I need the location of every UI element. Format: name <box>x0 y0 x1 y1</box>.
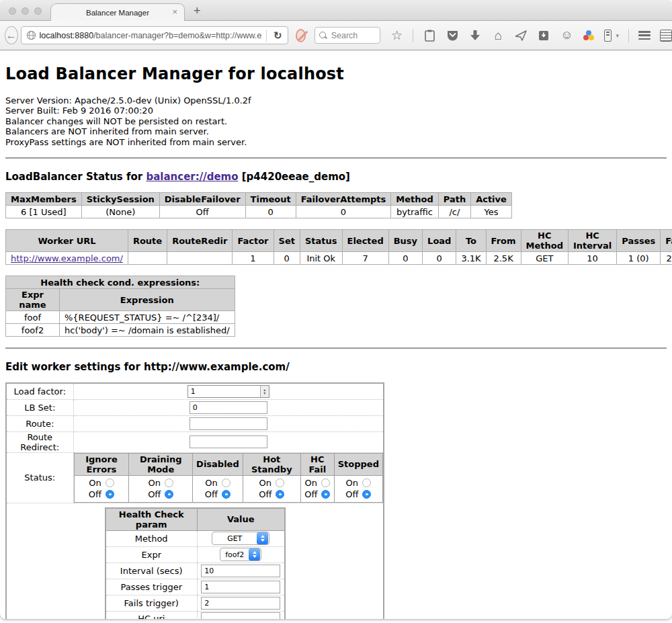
number-spinner-icon[interactable]: ▴▾ <box>260 386 269 397</box>
load-factor-row: Load factor: ▴▾ <box>6 383 384 399</box>
hc-method-selected-value: GET <box>212 534 257 543</box>
adblock-disabled-icon[interactable] <box>296 29 306 42</box>
radio-on-stopped[interactable] <box>362 479 371 487</box>
radio-off-disabled[interactable] <box>222 490 230 499</box>
url-bar[interactable]: localhost:8880/balancer-manager?b=demo&w… <box>21 26 288 44</box>
heading-suffix: [p4420eeae_demo] <box>239 171 350 183</box>
hc-fails-input[interactable] <box>201 597 280 610</box>
feedback-smiley-icon[interactable]: ☺ <box>560 29 573 42</box>
cell-elected: 7 <box>342 252 388 265</box>
select-stepper-icon <box>257 532 268 544</box>
home-icon[interactable]: ⌂ <box>491 29 505 42</box>
col-elected: Elected <box>342 230 388 252</box>
tab-close-icon[interactable]: × <box>172 7 177 17</box>
col-factor: Factor <box>233 230 274 252</box>
page-snapshot-addon-icon[interactable] <box>660 30 672 42</box>
col-hc-method: HC Method <box>521 230 568 252</box>
cell-hc-interval: 10 <box>568 252 616 265</box>
back-button[interactable]: ← <box>5 26 18 44</box>
device-battery-icon[interactable] <box>604 30 612 42</box>
col-draining-mode: Draining Mode <box>129 453 193 475</box>
radio-on-hot-standby[interactable] <box>276 479 284 487</box>
status-col-hc-fail: On Off <box>300 475 334 502</box>
radio-off-hot-standby[interactable] <box>276 490 284 499</box>
url-domain: localhost:8880 <box>40 31 94 40</box>
reload-icon[interactable]: ↻ <box>271 30 285 42</box>
col-fails: Fails <box>661 230 672 252</box>
browser-window: Balancer Manager × + ← localhost:8880/ba… <box>0 0 672 619</box>
lb-set-input[interactable] <box>190 401 267 414</box>
radio-on-draining-mode[interactable] <box>165 479 173 487</box>
toolbar-divider-2 <box>628 29 629 42</box>
new-tab-button[interactable]: + <box>194 5 201 17</box>
load-factor-input[interactable] <box>188 386 260 397</box>
radio-off-stopped[interactable] <box>362 490 371 499</box>
select-stepper-icon <box>249 548 260 560</box>
colored-dots-addon-icon[interactable] <box>583 30 595 41</box>
cell-set: 0 <box>274 252 300 265</box>
cell-expr-name: foof2 <box>6 324 60 337</box>
pocket-icon[interactable] <box>446 29 459 42</box>
chevron-down-icon[interactable]: ▾ <box>616 32 619 39</box>
radio-on-ignore-errors[interactable] <box>106 479 114 487</box>
radio-off-draining-mode[interactable] <box>165 490 173 499</box>
col-stickysession: StickySession <box>81 193 159 206</box>
tab-balancer-manager[interactable]: Balancer Manager × <box>50 3 185 22</box>
minimize-window-icon[interactable] <box>22 7 29 15</box>
search-bar[interactable]: Search <box>314 27 381 44</box>
col-disablefailover: DisableFailover <box>159 193 245 206</box>
table-header-row: Expr name Expression <box>6 289 235 311</box>
hc-interval-input[interactable] <box>201 565 280 577</box>
radio-on-label: On <box>305 478 317 488</box>
route-redirect-row: Route Redirect: <box>6 431 384 452</box>
status-row: Status: Ignore Errors Draining Mode Disa… <box>6 452 384 503</box>
col-status: Status <box>300 230 342 252</box>
hc-method-select[interactable]: GET <box>212 532 269 545</box>
status-col-stopped: On Off <box>334 475 382 502</box>
downloads-icon[interactable] <box>468 29 482 42</box>
route-input[interactable] <box>190 417 267 430</box>
load-factor-stepper[interactable]: ▴▾ <box>187 385 269 398</box>
reading-list-icon[interactable] <box>423 29 436 42</box>
page-title: Load Balancer Manager for localhost <box>5 65 667 83</box>
worker-url-link[interactable]: http://www.example.com/ <box>11 253 123 263</box>
download-box-icon[interactable] <box>537 29 550 42</box>
cell-load: 0 <box>423 252 456 265</box>
col-path: Path <box>438 193 470 206</box>
menu-hamburger-icon[interactable] <box>638 31 650 40</box>
url-path: /balancer-manager?b=demo&w=http://www.ex… <box>93 31 262 40</box>
hc-params-row: Health Check param Value Method GET <box>6 503 384 619</box>
hc-header-row: Health Check param Value <box>106 508 285 531</box>
cell-expression: hc('body') =~ /domain is established/ <box>60 324 235 337</box>
col-expr-name: Expr name <box>6 289 60 311</box>
globe-icon <box>26 30 36 40</box>
radio-off-hc-fail[interactable] <box>321 490 330 499</box>
col-passes: Passes <box>617 230 661 252</box>
radio-on-disabled[interactable] <box>222 479 230 487</box>
url-text[interactable]: localhost:8880/balancer-manager?b=demo&w… <box>40 31 262 40</box>
radio-on-hc-fail[interactable] <box>321 479 330 487</box>
server-version-line: Server Version: Apache/2.5.0-dev (Unix) … <box>5 95 667 106</box>
hc-uri-input[interactable] <box>201 612 280 619</box>
send-tab-icon[interactable] <box>514 29 528 42</box>
table-row: http://www.example.com/ 1 0 Init Ok 7 0 … <box>6 252 672 265</box>
edit-worker-heading: Edit worker settings for http://www.exam… <box>5 361 667 373</box>
url-divider <box>266 30 267 42</box>
col-route: Route <box>128 230 167 252</box>
cell-fails: 2 (0) <box>661 252 672 265</box>
balancer-demo-link[interactable]: balancer://demo <box>146 171 238 183</box>
status-col-hot-standby: On Off <box>243 475 300 502</box>
page-content: Load Balancer Manager for localhost Serv… <box>0 50 672 619</box>
hc-passes-input[interactable] <box>201 581 280 593</box>
titlebar: Balancer Manager × + <box>0 0 672 21</box>
zoom-window-icon[interactable] <box>34 7 42 15</box>
radio-off-ignore-errors[interactable] <box>106 490 114 499</box>
col-expression: Expression <box>60 289 235 311</box>
route-row: Route: <box>6 415 384 431</box>
close-window-icon[interactable] <box>9 7 16 15</box>
bookmark-star-icon[interactable]: ☆ <box>390 29 403 42</box>
radio-on-label: On <box>205 478 217 488</box>
cell-hc-method: GET <box>521 252 568 265</box>
hc-expr-select[interactable]: foof2 <box>220 548 261 561</box>
route-redirect-input[interactable] <box>190 435 267 448</box>
